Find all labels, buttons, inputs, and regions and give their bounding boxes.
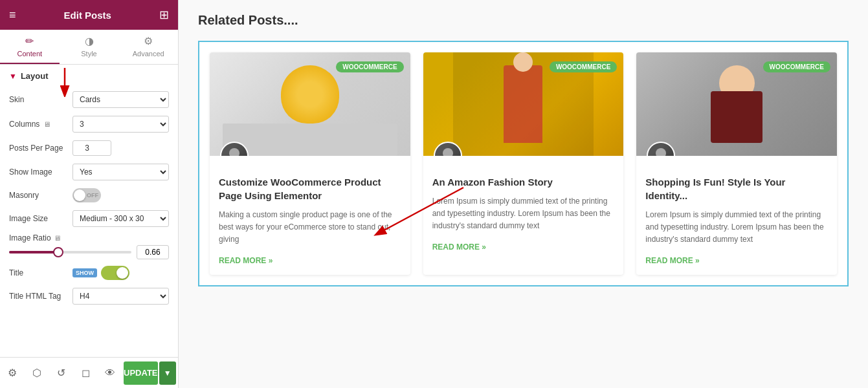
image-ratio-label: Image Ratio [9, 233, 51, 242]
masonry-off-label: OFF [87, 192, 98, 199]
history-icon-btn[interactable]: ↺ [49, 358, 74, 389]
post-1-read-more[interactable]: READ MORE » [219, 256, 273, 265]
title-show-badge: SHOW [72, 268, 97, 277]
post-2-avatar-img [435, 143, 461, 156]
show-image-select[interactable]: Yes No [72, 164, 169, 180]
layers-icon-btn[interactable]: ⬡ [25, 358, 49, 389]
panel-footer: ⚙ ⬡ ↺ ◻ 👁 UPDATE ▼ [0, 357, 179, 388]
tab-style-label: Style [81, 50, 96, 58]
panel-title: Edit Posts [64, 10, 111, 21]
hamburger-icon[interactable]: ≡ [9, 8, 16, 22]
post-2-woo-badge: WOOCOMMERCE [550, 61, 617, 72]
page-title: Related Posts.... [198, 13, 849, 28]
columns-select[interactable]: 3 1 2 4 [72, 116, 169, 133]
post-3-excerpt: Lorem Ipsum is simply dummied text of th… [645, 209, 828, 246]
panel-content: ▼ Layout Skin Cards Classic Full Content [0, 65, 178, 388]
settings-icon-btn[interactable]: ⚙ [0, 358, 25, 389]
post-card-3: WOOCOMMERCE Shopping Is Fun! Style Is Yo… [636, 52, 837, 275]
title-html-tag-row: Title HTML Tag H4 H1H2H3H5H6 [0, 284, 178, 308]
content-tab-icon: ✏ [25, 35, 34, 47]
tab-advanced[interactable]: ⚙ Advanced [118, 30, 178, 64]
title-toggle-wrap: SHOW [72, 266, 129, 280]
post-1-excerpt: Making a custom single product page is o… [219, 209, 401, 246]
post-1-woo-badge: WOOCOMMERCE [336, 61, 403, 72]
post-3-read-more[interactable]: READ MORE » [645, 256, 699, 265]
title-toggle-knob [117, 267, 128, 279]
post-3-woo-badge: WOOCOMMERCE [763, 61, 830, 72]
title-row: Title SHOW [0, 262, 178, 284]
image-size-row: Image Size Medium - 300 x 30 Thumbnail F… [0, 206, 178, 231]
tab-content[interactable]: ✏ Content [0, 30, 60, 64]
title-html-tag-label: Title HTML Tag [9, 292, 67, 301]
skin-select[interactable]: Cards Classic Full Content [72, 91, 169, 108]
collapse-arrow-icon: ▼ [9, 72, 17, 81]
advanced-tab-icon: ⚙ [144, 35, 153, 47]
post-3-coat [711, 91, 762, 143]
post-2-head-shape [513, 52, 533, 72]
skin-label: Skin [9, 95, 67, 104]
post-3-image-wrap: WOOCOMMERCE [636, 52, 837, 156]
update-arrow-button[interactable]: ▼ [159, 361, 176, 385]
posts-per-page-label: Posts Per Page [9, 144, 67, 153]
post-3-body: Shopping Is Fun! Style Is Your Identity.… [636, 156, 837, 275]
post-2-image-wrap: WOOCOMMERCE [423, 52, 624, 156]
image-size-select[interactable]: Medium - 300 x 30 Thumbnail Full [72, 210, 169, 227]
post-2-excerpt: Lorem Ipsum is simply dummied text of th… [432, 195, 615, 233]
show-image-row: Show Image Yes No [0, 160, 178, 184]
masonry-label: Masonry [9, 191, 67, 200]
panel-tabs: ✏ Content ◑ Style ⚙ Advanced [0, 30, 178, 65]
image-ratio-fill [9, 251, 58, 253]
post-card-1: WOOCOMMERCE Customize WooCommerce Produc… [210, 52, 410, 275]
layout-section-header[interactable]: ▼ Layout [0, 65, 178, 87]
columns-row: Columns 🖥 3 1 2 4 [0, 112, 178, 136]
posts-grid: WOOCOMMERCE Customize WooCommerce Produc… [198, 41, 849, 286]
post-3-avatar-img [648, 143, 674, 156]
image-size-label: Image Size [9, 214, 67, 223]
masonry-toggle[interactable]: OFF [72, 188, 101, 202]
skin-row: Skin Cards Classic Full Content [0, 87, 178, 112]
style-tab-icon: ◑ [85, 35, 94, 47]
post-2-title: An Amazon Fashion Story [432, 175, 615, 189]
tab-advanced-label: Advanced [133, 50, 164, 58]
image-ratio-value-input[interactable] [137, 245, 169, 259]
title-html-tag-select[interactable]: H4 H1H2H3H5H6 [72, 288, 169, 305]
post-card-2: WOOCOMMERCE An Amazon Fashion Story Lore… [423, 52, 624, 275]
grid-icon[interactable]: ⊞ [159, 8, 169, 22]
layout-section-label: Layout [21, 71, 49, 81]
update-button[interactable]: UPDATE [124, 361, 157, 385]
columns-label: Columns 🖥 [9, 120, 67, 129]
show-image-label: Show Image [9, 167, 67, 177]
post-2-read-more[interactable]: READ MORE » [432, 242, 486, 252]
panel-header: ≡ Edit Posts ⊞ [0, 0, 178, 30]
posts-per-page-input[interactable] [72, 140, 111, 156]
posts-per-page-row: Posts Per Page [0, 136, 178, 160]
tab-style[interactable]: ◑ Style [60, 30, 119, 64]
image-ratio-row: Image Ratio 🖥 [0, 231, 178, 262]
post-1-image-wrap: WOOCOMMERCE [210, 52, 410, 156]
post-3-title: Shopping Is Fun! Style Is Your Identity.… [645, 175, 828, 202]
preview-icon-btn[interactable]: 👁 [98, 358, 122, 389]
title-label: Title [9, 268, 67, 277]
image-ratio-track[interactable] [9, 251, 131, 253]
columns-monitor-icon: 🖥 [43, 120, 50, 128]
image-ratio-thumb[interactable] [53, 247, 63, 257]
post-2-dress-shape [504, 65, 542, 143]
post-1-title: Customize WooCommerce Product Page Using… [219, 175, 401, 202]
masonry-slider: OFF [72, 188, 101, 202]
right-content: Related Posts.... WOOCOMMERCE Customize … [179, 0, 868, 388]
post-1-body: Customize WooCommerce Product Page Using… [210, 156, 410, 275]
post-1-avatar-img [221, 143, 247, 156]
title-toggle[interactable] [101, 266, 129, 280]
masonry-knob [74, 189, 85, 201]
post-2-body: An Amazon Fashion Story Lorem Ipsum is s… [423, 156, 624, 261]
navigator-icon-btn[interactable]: ◻ [73, 358, 98, 389]
image-ratio-monitor-icon: 🖥 [54, 234, 61, 242]
masonry-row: Masonry OFF [0, 184, 178, 206]
title-toggle-slider [101, 266, 129, 280]
tab-content-label: Content [17, 50, 43, 58]
